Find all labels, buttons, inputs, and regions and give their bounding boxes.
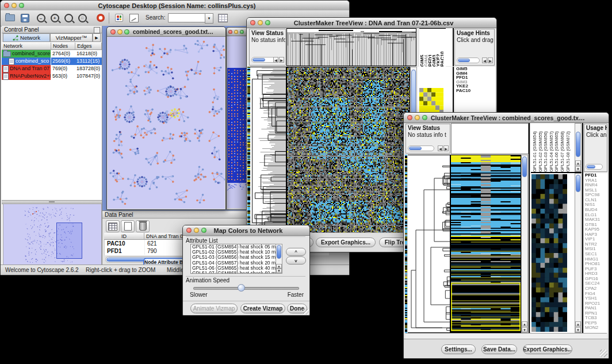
scroll-down-arrow[interactable]: ▼ bbox=[522, 327, 527, 332]
scroll-down-arrow[interactable]: ▼ bbox=[575, 327, 581, 332]
treeview2-title-bar[interactable]: ClusterMaker TreeView : combined_scores_… bbox=[404, 113, 609, 123]
attribute-list[interactable]: GPL51-01 (GSM854) heat shock 05 minGPL51… bbox=[190, 244, 282, 274]
scroll-up-arrow[interactable]: ▲ bbox=[276, 264, 282, 269]
vscrollbar-thumb[interactable] bbox=[522, 156, 527, 177]
close-button[interactable] bbox=[186, 228, 192, 233]
tv2-column-label[interactable]: GPL51-01 (GSM854) bbox=[532, 123, 538, 172]
select-attributes-button[interactable] bbox=[106, 220, 120, 232]
vscrollbar-thumb[interactable] bbox=[576, 132, 580, 157]
tv1-heatmap-pane[interactable] bbox=[286, 67, 410, 233]
help-button[interactable] bbox=[94, 12, 108, 24]
tv2-detail-vscrollbar[interactable]: ▲ ▼ bbox=[575, 173, 582, 333]
tv2-column-label[interactable]: GPL51-02 (GSM855) bbox=[538, 123, 544, 172]
scroll-down-arrow[interactable]: ▼ bbox=[276, 269, 282, 273]
network-canvas[interactable] bbox=[108, 37, 225, 209]
tv1-column-label[interactable]: GIM5 bbox=[419, 29, 423, 67]
tv2-detail-heatmap-canvas[interactable] bbox=[531, 174, 567, 332]
table-import-button[interactable] bbox=[216, 12, 230, 24]
tv2-settings-button[interactable]: Settings... bbox=[441, 344, 476, 354]
scroll-down-arrow[interactable]: ▼ bbox=[575, 166, 581, 171]
close-button[interactable] bbox=[407, 115, 412, 120]
dialog-title-bar[interactable]: Map Colors to Network bbox=[183, 225, 309, 236]
tv1-column-label[interactable]: GIM4 bbox=[423, 29, 427, 67]
tv1-column-label[interactable]: YKE2 bbox=[435, 29, 439, 67]
scroll-up-arrow[interactable]: ▲ bbox=[522, 321, 527, 327]
annotation-button[interactable] bbox=[127, 12, 141, 24]
tv1-column-label[interactable]: PFD1 bbox=[427, 29, 431, 67]
tv1-column-dendrogram-pane[interactable] bbox=[286, 28, 416, 66]
zoom-in-button[interactable]: + bbox=[48, 12, 62, 24]
open-session-button[interactable] bbox=[3, 12, 17, 24]
zoom-button[interactable] bbox=[124, 29, 129, 35]
zoom-selected-button[interactable] bbox=[62, 12, 75, 24]
tv2-row-dendrogram-pane[interactable] bbox=[408, 155, 450, 333]
column-header-network[interactable]: Network bbox=[2, 43, 51, 50]
window-controls[interactable] bbox=[1, 3, 28, 8]
tv1-hints-hscrollbar[interactable] bbox=[457, 58, 480, 63]
column-header-edges[interactable]: Edges bbox=[75, 43, 102, 50]
treeview1-title-bar[interactable]: ClusterMaker TreeView : DNA and Tran 07-… bbox=[247, 18, 496, 28]
zoom-button[interactable] bbox=[240, 30, 244, 34]
create-vizmap-button[interactable]: Create Vizmap bbox=[240, 304, 285, 313]
resize-grip[interactable] bbox=[303, 309, 309, 315]
tv2-save-data-button[interactable]: Save Data... bbox=[481, 344, 517, 354]
minimize-button[interactable] bbox=[415, 115, 420, 120]
animation-speed-slider[interactable] bbox=[193, 287, 299, 290]
vscrollbar-thumb[interactable] bbox=[576, 175, 580, 192]
search-input[interactable] bbox=[168, 13, 207, 22]
move-down-button[interactable]: v bbox=[286, 256, 306, 265]
tv2-column-label[interactable]: GPL51-07 (GSM868) bbox=[560, 123, 565, 172]
minimize-button[interactable] bbox=[194, 228, 199, 233]
tv2-gene-label[interactable]: MON2 bbox=[584, 325, 607, 331]
zoom-button[interactable] bbox=[19, 3, 24, 8]
new-attribute-button[interactable] bbox=[121, 220, 135, 232]
zoom-button[interactable] bbox=[201, 228, 206, 233]
tv1-row-dendrogram-pane[interactable] bbox=[250, 67, 286, 233]
tv2-column-label[interactable]: GPL51-04 (GSM857) bbox=[549, 123, 554, 172]
column-header-nodes[interactable]: Nodes bbox=[51, 43, 75, 50]
scroll-up-arrow[interactable]: ▲ bbox=[575, 160, 581, 166]
scroll-left-arrow[interactable]: ◀ bbox=[273, 57, 278, 63]
close-button[interactable] bbox=[228, 30, 232, 34]
vizmapper-button[interactable] bbox=[112, 12, 126, 24]
tv2-status-hscrollbar[interactable] bbox=[408, 145, 434, 151]
tv2-column-label[interactable]: GPL51-08 (GSM872) bbox=[565, 123, 571, 172]
zoom-button[interactable] bbox=[265, 20, 270, 25]
tab-overflow-button[interactable]: ▶ bbox=[93, 33, 101, 42]
scroll-right-arrow[interactable]: ▶ bbox=[279, 57, 284, 63]
save-session-button[interactable] bbox=[18, 12, 32, 24]
tv1-column-label[interactable]: PAC10 bbox=[439, 29, 443, 67]
tv1-export-graphics-button[interactable]: Export Graphics... bbox=[316, 237, 376, 247]
attribute-list-vscrollbar[interactable]: ▲ ▼ bbox=[276, 244, 282, 274]
close-button[interactable] bbox=[110, 29, 116, 35]
network-list-row[interactable]: combined_scores 2764(0) 16218(0) bbox=[2, 50, 102, 58]
close-button[interactable] bbox=[4, 3, 9, 8]
scroll-right-arrow[interactable]: ▶ bbox=[488, 58, 493, 63]
tv2-column-label[interactable]: GPL51-03 (GSM856) bbox=[543, 123, 549, 172]
network-list-row[interactable]: DNA and Tran 07 769(0) 183728(0) bbox=[2, 65, 102, 72]
tv2-labels-vscrollbar[interactable]: ▲ ▼ bbox=[575, 123, 582, 172]
minimize-button[interactable] bbox=[258, 20, 263, 25]
move-up-button[interactable]: ^ bbox=[286, 248, 306, 256]
attribute-list-item[interactable]: GPL51-07 (GSM868) heat shock 60 min bbox=[191, 271, 282, 274]
zoom-out-button[interactable]: – bbox=[34, 12, 48, 24]
vscrollbar-thumb[interactable] bbox=[277, 245, 281, 259]
tv1-column-label[interactable]: GIM3 bbox=[431, 29, 435, 67]
network-overview-canvas[interactable] bbox=[3, 204, 102, 267]
network-list-row[interactable]: combined_sco 2569(6) 13112(15) bbox=[2, 58, 102, 65]
tv2-heatmap-pane[interactable] bbox=[450, 155, 521, 333]
minimize-button[interactable] bbox=[12, 3, 17, 8]
tab-vizmapper[interactable]: VizMapper™ bbox=[50, 33, 93, 42]
scroll-right-arrow[interactable]: ▶ bbox=[443, 145, 449, 151]
tv2-global-strip[interactable] bbox=[405, 155, 407, 333]
tv1-status-hscrollbar[interactable] bbox=[251, 57, 276, 63]
zoom-fit-button[interactable]: □ bbox=[75, 12, 89, 24]
column-header-id[interactable]: ID bbox=[104, 233, 144, 240]
network-window-1[interactable]: combined_scores_good.txt--cluste... bbox=[106, 26, 226, 210]
minimize-button[interactable] bbox=[234, 30, 238, 34]
tv1-gene-label[interactable]: PAC10 bbox=[455, 89, 495, 93]
slider-thumb[interactable] bbox=[238, 284, 245, 292]
resize-grip[interactable] bbox=[600, 350, 607, 357]
tv2-export-graphics-button[interactable]: Export Graphics... bbox=[523, 344, 572, 354]
float-panel-icon[interactable] bbox=[94, 27, 100, 33]
